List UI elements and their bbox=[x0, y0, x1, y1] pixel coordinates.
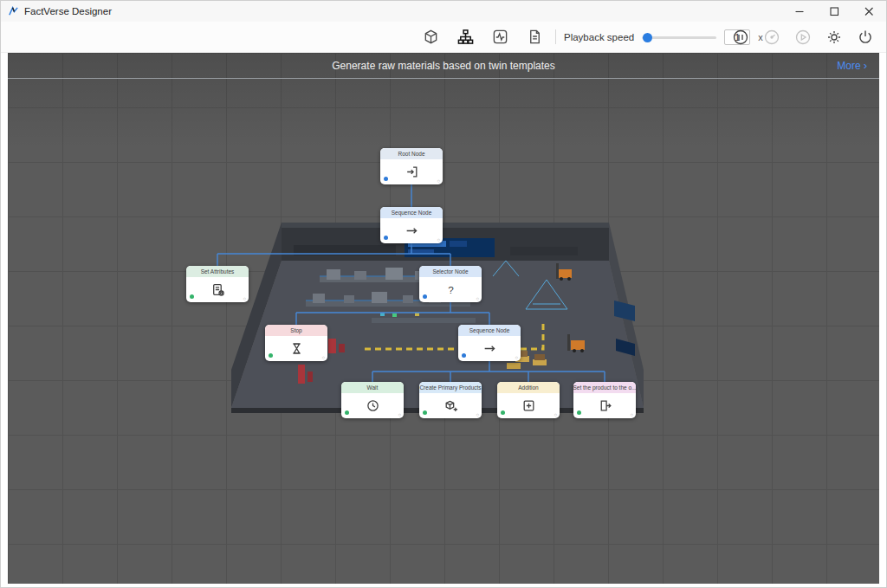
playback-speed-label: Playback speed bbox=[564, 32, 634, 42]
node-status-dot bbox=[190, 294, 194, 299]
behavior-tree-button[interactable] bbox=[455, 27, 476, 48]
node-label: Set Attributes bbox=[201, 268, 235, 275]
node-wait[interactable]: Wait ○ bbox=[341, 382, 404, 418]
node-status-dot bbox=[423, 294, 427, 299]
node-status-dot bbox=[384, 236, 388, 240]
play-icon bbox=[794, 29, 812, 46]
signal-monitor-button[interactable] bbox=[489, 27, 510, 48]
node-label: Stop bbox=[290, 327, 301, 333]
svg-text:?: ? bbox=[448, 284, 454, 295]
node-header: Create Primary Products bbox=[419, 382, 482, 393]
node-header: Wait bbox=[341, 382, 404, 393]
sync-icon bbox=[825, 29, 843, 46]
model-cube-button[interactable] bbox=[420, 27, 441, 48]
box-plus-icon bbox=[444, 398, 458, 413]
slider-track[interactable] bbox=[642, 36, 716, 39]
node-status-dot bbox=[345, 410, 349, 415]
node-repeat-indicator: ○ bbox=[476, 296, 479, 301]
pause-icon bbox=[732, 29, 749, 46]
node-stop[interactable]: Stop ○ bbox=[265, 325, 327, 361]
node-status-dot bbox=[384, 177, 388, 181]
close-button[interactable] bbox=[851, 1, 886, 22]
node-repeat-indicator: ○ bbox=[515, 355, 518, 360]
maximize-button[interactable] bbox=[817, 1, 851, 22]
node-repeat-indicator: ○ bbox=[476, 412, 479, 417]
node-status-dot bbox=[462, 353, 466, 358]
node-sequence-1[interactable]: Sequence Node ○ bbox=[380, 207, 443, 243]
arrow-right-icon bbox=[405, 223, 419, 238]
node-sequence-2[interactable]: Sequence Node ○ bbox=[458, 325, 521, 361]
node-selector[interactable]: Selector Node ? ○ bbox=[419, 266, 482, 302]
viewport-3d[interactable]: Generate raw materials based on twin tem… bbox=[8, 53, 879, 584]
play-button[interactable] bbox=[793, 27, 813, 48]
node-header: Sequence Node bbox=[458, 325, 521, 336]
enter-icon bbox=[405, 165, 419, 179]
question-icon: ? bbox=[444, 282, 458, 297]
banner-more-link[interactable]: More › bbox=[837, 60, 867, 72]
playback-speed-slider[interactable] bbox=[642, 31, 716, 43]
app-logo-icon bbox=[8, 6, 19, 17]
node-root[interactable]: Root Node ○ bbox=[380, 148, 443, 184]
pause-button[interactable] bbox=[730, 27, 751, 48]
document-icon bbox=[527, 29, 543, 45]
sync-button[interactable] bbox=[824, 27, 845, 48]
minimize-icon bbox=[793, 4, 806, 18]
node-label: Sequence Node bbox=[469, 327, 510, 333]
maximize-icon bbox=[827, 4, 841, 18]
window-controls bbox=[782, 1, 886, 22]
node-repeat-indicator: ○ bbox=[630, 412, 633, 417]
banner-message: Generate raw materials based on twin tem… bbox=[332, 60, 554, 72]
simulation-controls bbox=[730, 27, 876, 48]
window-titlebar: FactVerse Designer bbox=[1, 1, 886, 22]
hourglass-icon bbox=[289, 341, 304, 356]
node-label: Sequence Node bbox=[392, 210, 432, 216]
node-header: Addition bbox=[497, 382, 560, 393]
node-label: Wait bbox=[367, 384, 379, 391]
arrow-right-icon bbox=[482, 341, 497, 356]
node-header: Sequence Node bbox=[380, 207, 443, 218]
power-icon bbox=[857, 29, 874, 46]
node-repeat-indicator: ○ bbox=[398, 412, 401, 417]
minimize-button[interactable] bbox=[782, 1, 817, 22]
node-repeat-indicator: ○ bbox=[243, 296, 246, 301]
factory-scene bbox=[8, 53, 879, 584]
factory-forklifts bbox=[556, 263, 585, 352]
node-repeat-indicator: ○ bbox=[321, 355, 325, 360]
node-header: Set the product to the o... bbox=[573, 382, 636, 393]
node-label: Root Node bbox=[398, 151, 424, 157]
node-repeat-indicator: ○ bbox=[554, 412, 557, 417]
power-button[interactable] bbox=[855, 27, 876, 48]
node-repeat-indicator: ○ bbox=[437, 237, 440, 242]
behavior-tree-edges bbox=[8, 53, 879, 584]
banner-more-label: More bbox=[837, 60, 860, 72]
node-header: Set Attributes bbox=[186, 266, 249, 277]
node-header: Root Node bbox=[380, 148, 443, 159]
door-out-icon bbox=[598, 398, 612, 413]
chevron-right-icon: › bbox=[864, 61, 867, 71]
node-label: Create Primary Products bbox=[419, 384, 481, 391]
app-window: FactVerse Designer bbox=[0, 0, 887, 588]
factory-crane-wireframe bbox=[493, 261, 567, 309]
node-label: Set the product to the o... bbox=[573, 384, 636, 391]
node-label: Selector Node bbox=[432, 268, 468, 275]
node-repeat-indicator: ○ bbox=[437, 178, 440, 184]
gauge-icon bbox=[763, 29, 780, 46]
node-label: Addition bbox=[518, 384, 539, 391]
node-set-product[interactable]: Set the product to the o... ○ bbox=[573, 382, 636, 418]
node-header: Stop bbox=[265, 325, 327, 336]
gauge-button[interactable] bbox=[761, 27, 782, 48]
clock-icon bbox=[366, 398, 380, 413]
plus-square-icon bbox=[521, 398, 536, 413]
node-status-dot bbox=[423, 410, 427, 415]
node-set-attributes[interactable]: Set Attributes ○ bbox=[186, 266, 249, 302]
close-icon bbox=[862, 4, 876, 18]
behavior-tree-icon bbox=[457, 29, 474, 45]
document-button[interactable] bbox=[524, 27, 545, 48]
node-status-dot bbox=[501, 410, 505, 415]
node-addition[interactable]: Addition ○ bbox=[497, 382, 560, 418]
node-status-dot bbox=[269, 353, 273, 358]
slider-knob[interactable] bbox=[643, 33, 652, 42]
view-mode-group bbox=[420, 27, 545, 48]
node-create-primary-products[interactable]: Create Primary Products ○ bbox=[419, 382, 482, 418]
model-cube-icon bbox=[423, 29, 439, 45]
